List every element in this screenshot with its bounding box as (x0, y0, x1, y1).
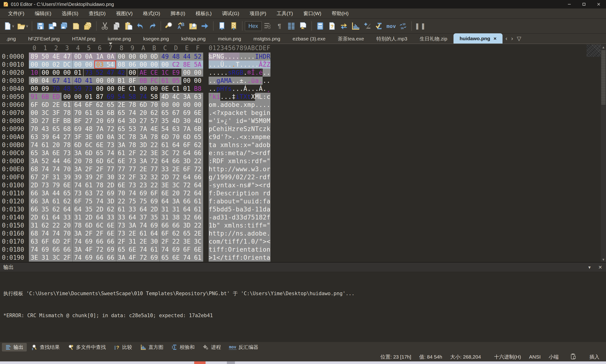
hex-byte[interactable]: 8F (127, 77, 138, 85)
hex-byte[interactable]: 20 (170, 189, 181, 197)
hex-byte[interactable]: 01 (181, 85, 192, 93)
ascii-char[interactable]: . (247, 237, 251, 246)
ascii-char[interactable]: x (220, 109, 224, 117)
ascii-char[interactable]: o (224, 197, 228, 205)
ascii-char[interactable]: Ž (263, 61, 266, 69)
hex-byte[interactable]: 35 (160, 117, 170, 125)
hex-byte[interactable]: 00 (181, 69, 192, 77)
ascii-text[interactable]: 1b" xmlns:tiff=" (209, 221, 270, 229)
hex-byte[interactable]: 66 (192, 213, 203, 221)
ascii-char[interactable]: O (228, 246, 232, 254)
hex-byte[interactable]: 3A (138, 157, 149, 165)
ascii-char[interactable]: i (236, 93, 239, 101)
hex-byte[interactable]: 64 (181, 149, 192, 157)
ascii-char[interactable]: 2 (251, 173, 255, 181)
hex-byte[interactable]: 52 (192, 52, 203, 61)
hex-row[interactable]: 0:00A0633964273F3E0D0A3C783A786D706D65c9… (0, 133, 606, 141)
ascii-char[interactable]: / (243, 173, 247, 181)
ascii-char[interactable]: Î (251, 69, 255, 77)
run-template-button[interactable] (228, 20, 239, 32)
ascii-char[interactable]: y (216, 181, 220, 189)
ascii-char[interactable]: k (266, 125, 270, 133)
ascii-char[interactable]: . (263, 101, 266, 109)
ascii-char[interactable]: . (209, 77, 212, 85)
ascii-char[interactable]: a (255, 77, 259, 85)
hex-byte[interactable]: 61 (116, 149, 127, 157)
ascii-char[interactable]: m (228, 149, 232, 157)
hex-byte[interactable]: 63 (170, 125, 181, 133)
ascii-char[interactable]: b (232, 101, 236, 109)
ascii-char[interactable]: . (247, 85, 251, 93)
ascii-char[interactable]: A (220, 77, 224, 85)
hex-byte[interactable]: 61 (149, 246, 160, 254)
hex-byte[interactable]: 2F (160, 237, 170, 246)
ascii-text[interactable]: ..gAMA..±..üa... (209, 77, 270, 85)
file-tab[interactable]: .png (0, 34, 22, 43)
ascii-char[interactable]: / (243, 149, 247, 157)
ascii-char[interactable]: D (263, 52, 266, 61)
ascii-char[interactable]: : (212, 189, 216, 197)
ascii-char[interactable]: M (266, 117, 270, 125)
hex-byte[interactable]: 78 (127, 133, 138, 141)
hex-byte[interactable]: 44 (51, 157, 62, 165)
ascii-char[interactable]: s (243, 181, 247, 189)
ascii-char[interactable]: A (228, 77, 232, 85)
ascii-char[interactable]: > (228, 133, 232, 141)
hex-byte[interactable]: 2F (94, 165, 105, 173)
hex-byte[interactable]: 31 (160, 213, 170, 221)
hex-byte[interactable]: ED (51, 93, 62, 101)
hex-byte[interactable]: 74 (29, 246, 40, 254)
hex-byte[interactable]: 74 (138, 246, 149, 254)
ascii-char[interactable]: w (251, 165, 255, 173)
ascii-char[interactable]: í (216, 93, 220, 101)
ascii-char[interactable]: i (251, 197, 255, 205)
ascii-char[interactable]: R (266, 52, 270, 61)
ascii-char[interactable]: : (212, 149, 216, 157)
ascii-char[interactable]: 3 (236, 213, 239, 221)
hex-byte[interactable]: 6E (116, 181, 127, 189)
ascii-char[interactable]: a (251, 246, 255, 254)
hex-byte[interactable]: 4D (170, 117, 181, 125)
hex-byte[interactable]: 33 (62, 213, 72, 221)
hex-byte[interactable]: 63 (29, 133, 40, 141)
hex-byte[interactable]: 32 (116, 173, 127, 181)
hex-byte[interactable]: 41 (62, 77, 72, 85)
hex-byte[interactable]: 3A (170, 197, 181, 205)
ascii-char[interactable]: b (259, 229, 263, 237)
ascii-char[interactable]: z (263, 125, 266, 133)
ascii-char[interactable]: f (259, 157, 263, 165)
hex-row[interactable]: 0:00803D27EFBBBF272069643D2757354D304D='… (0, 117, 606, 125)
ascii-char[interactable]: f (232, 237, 236, 246)
hex-byte[interactable]: 77 (105, 165, 116, 173)
hex-byte[interactable]: 3E (181, 237, 192, 246)
hex-byte[interactable]: 63 (192, 93, 203, 101)
ascii-char[interactable]: . (255, 61, 259, 69)
ascii-char[interactable]: f (220, 246, 224, 254)
ascii-char[interactable]: b (216, 205, 220, 213)
ascii-char[interactable]: p (239, 189, 243, 197)
file-tab-active[interactable]: huidawo.png× (454, 33, 503, 43)
ascii-char[interactable]: o (212, 237, 216, 246)
ascii-char[interactable]: o (263, 246, 266, 254)
hex-byte[interactable]: 05 (170, 77, 181, 85)
ascii-char[interactable]: p (220, 165, 224, 173)
ascii-char[interactable]: f (209, 197, 212, 205)
ascii-char[interactable]: " (251, 141, 255, 149)
hex-byte[interactable]: 64 (72, 101, 83, 109)
ascii-char[interactable]: d (247, 205, 251, 213)
hex-byte[interactable]: 33 (105, 213, 116, 221)
paste-button[interactable] (123, 20, 134, 32)
hex-byte[interactable]: 48 (170, 52, 181, 61)
ascii-char[interactable]: o (209, 101, 212, 109)
ascii-char[interactable]: d (224, 101, 228, 109)
ascii-char[interactable]: . (243, 52, 247, 61)
hex-byte[interactable]: 00 (40, 69, 51, 77)
hex-byte[interactable]: 2F (83, 165, 94, 173)
ascii-char[interactable]: . (212, 77, 216, 85)
hex-byte[interactable]: 31 (51, 173, 62, 181)
ascii-char[interactable]: x (243, 101, 247, 109)
ascii-char[interactable]: i (259, 246, 263, 254)
ascii-char[interactable]: s (243, 157, 247, 165)
hex-byte[interactable]: 62 (40, 221, 51, 229)
hex-byte[interactable]: 91 (29, 93, 40, 101)
